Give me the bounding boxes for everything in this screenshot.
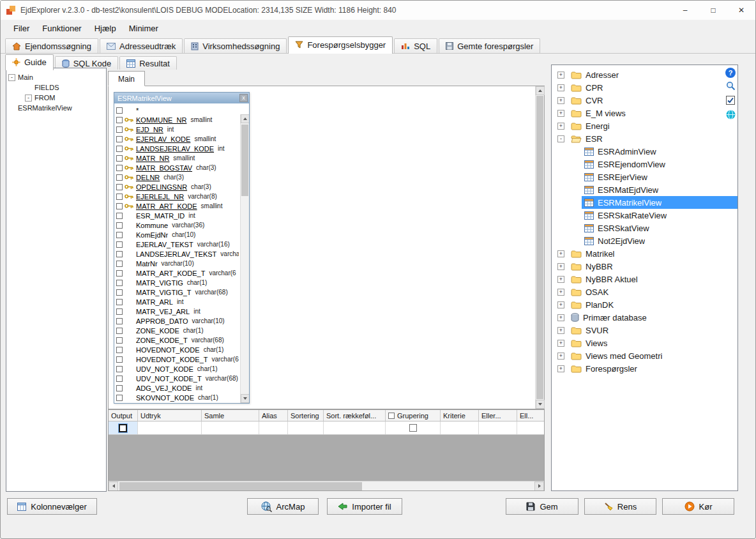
scrollbar-thumb[interactable] (241, 125, 248, 196)
field-checkbox[interactable] (116, 232, 123, 238)
tree-item[interactable]: SVUR (568, 324, 737, 337)
sort-raekkefoelge-cell[interactable] (324, 421, 386, 434)
tree-node[interactable]: ESRMatrikelView (8, 103, 104, 113)
field-row[interactable]: EJERLEJL_NR varchar(8) (116, 192, 239, 201)
tree-item[interactable]: ESRSkatRateView (582, 209, 737, 222)
menu-item[interactable]: Minimer (123, 20, 165, 36)
tree-node[interactable]: FIELDS (25, 82, 104, 93)
grid-row[interactable] (109, 421, 544, 435)
tree-row[interactable]: + E_M views (552, 107, 737, 119)
scroll-up-icon[interactable] (536, 86, 545, 95)
help-icon[interactable]: ? (725, 68, 736, 78)
field-checkbox[interactable] (116, 395, 123, 401)
grid-column-header[interactable]: Alias (259, 410, 288, 421)
tree-node[interactable]: - FROM (25, 93, 104, 103)
field-row[interactable]: MATR_ART_KODE smallint (116, 201, 239, 211)
menu-item[interactable]: Hjælp (88, 20, 123, 36)
udtryk-cell[interactable] (138, 421, 202, 434)
menu-item[interactable]: Filer (7, 20, 36, 36)
field-checkbox[interactable] (116, 241, 123, 248)
field-checkbox[interactable] (116, 385, 123, 391)
field-checkbox[interactable] (116, 270, 123, 277)
field-checkbox[interactable] (116, 117, 123, 123)
scroll-up-icon[interactable] (241, 114, 249, 123)
field-checkbox[interactable] (116, 155, 123, 162)
field-row[interactable]: KOMMUNE_NR smallint (116, 115, 239, 125)
sortering-cell[interactable] (288, 421, 324, 434)
field-row[interactable]: * (116, 105, 239, 115)
output-checkbox[interactable] (119, 424, 127, 432)
field-row[interactable]: ESR_MATR_ID int (116, 211, 239, 220)
field-checkbox[interactable] (116, 184, 123, 190)
grid-horizontal-scrollbar[interactable] (109, 481, 544, 490)
tree-row[interactable]: ESRMatEjdView (552, 183, 737, 196)
tree-row[interactable]: + SVUR (552, 324, 737, 337)
tree-row[interactable]: ESREjerView (552, 171, 737, 183)
field-row[interactable]: HOVEDNOT_KODE char(1) (116, 345, 239, 354)
tree-row[interactable]: + Matrikel (552, 247, 737, 260)
field-checkbox[interactable] (116, 136, 123, 142)
field-row[interactable]: LANDSEJERLAV_KODE int (116, 144, 239, 153)
expander-icon[interactable]: + (557, 110, 564, 117)
tree-row[interactable]: + CPR (552, 81, 737, 94)
close-icon[interactable]: x (239, 94, 248, 102)
field-checkbox[interactable] (116, 299, 123, 305)
field-row[interactable]: ZONE_KODE_T varchar(68) (116, 335, 239, 345)
field-checkbox[interactable] (116, 318, 123, 324)
field-checkbox[interactable] (116, 126, 123, 133)
expander-icon[interactable]: - (8, 74, 15, 81)
tab-gemte-forespoergsler[interactable]: Gemte forespørgsler (439, 38, 540, 53)
tree-item[interactable]: NyBBR Aktuel (568, 273, 737, 285)
tab-ejendomssoegning[interactable]: Ejendomssøgning (5, 38, 98, 53)
grid-column-header[interactable]: Output (109, 410, 138, 421)
scroll-right-icon[interactable] (534, 482, 544, 491)
kolonnevaelger-button[interactable]: Kolonnevælger (7, 498, 97, 515)
field-row[interactable]: MATR_VEJ_ARL int (116, 307, 239, 316)
tree-row[interactable]: + Primær database (552, 311, 737, 324)
tree-item[interactable]: NyBBR (568, 260, 737, 273)
koer-button[interactable]: Kør (662, 498, 734, 515)
field-checkbox[interactable] (116, 174, 123, 181)
tree-row[interactable]: + NyBBR (552, 260, 737, 273)
tree-item[interactable]: Views (568, 337, 737, 349)
menu-item[interactable]: Funktioner (36, 20, 87, 36)
tree-item[interactable]: OSAK (568, 285, 737, 298)
field-row[interactable]: MATR_VIGTIG_T varchar(68) (116, 287, 239, 297)
field-checkbox[interactable] (116, 213, 123, 219)
expander-icon[interactable]: + (557, 340, 564, 347)
grid-column-header[interactable]: Sort. rækkeføl... (324, 410, 386, 421)
field-checkbox[interactable] (116, 107, 123, 114)
kriterie-cell[interactable] (441, 421, 479, 434)
tree-row[interactable]: ESRSkatView (552, 222, 737, 234)
field-row[interactable]: MATR_NR smallint (116, 153, 239, 163)
field-checkbox[interactable] (116, 280, 123, 286)
field-row[interactable]: EJD_NR int (116, 125, 239, 134)
field-checkbox[interactable] (116, 146, 123, 152)
tree-row[interactable]: + Forespørgsler (552, 362, 737, 375)
grid-column-header[interactable]: Eller... (479, 410, 517, 421)
field-checkbox[interactable] (116, 251, 123, 257)
expander-icon[interactable]: + (557, 123, 564, 130)
grid-column-header[interactable]: Sortering (288, 410, 324, 421)
tree-item[interactable]: CPR (568, 81, 737, 94)
tree-row[interactable]: + Adresser (552, 68, 737, 81)
tab-resultat[interactable]: Resultat (119, 56, 177, 70)
tree-row[interactable]: ESREjendomView (552, 158, 737, 171)
scrollbar-thumb[interactable] (536, 96, 543, 399)
field-row[interactable]: DELNR char(3) (116, 172, 239, 182)
tree-row[interactable]: Not2EjdView (552, 234, 737, 247)
tree-item[interactable]: Forespørgsler (568, 362, 737, 375)
eller-cell[interactable] (479, 421, 517, 434)
field-row[interactable]: UDV_NOT_KODE_T varchar(68) (116, 374, 239, 383)
field-checkbox[interactable] (116, 203, 123, 209)
expander-icon[interactable]: + (557, 84, 564, 91)
expander-icon[interactable]: + (557, 314, 564, 321)
eller2-cell[interactable] (517, 421, 545, 434)
tree-item[interactable]: Primær database (568, 311, 737, 324)
expander-icon[interactable]: + (557, 327, 564, 334)
tab-sql[interactable]: SQL (394, 38, 437, 53)
scroll-down-icon[interactable] (536, 400, 545, 409)
field-row[interactable]: UDV_NOT_KODE char(1) (116, 364, 239, 374)
expander-icon[interactable]: + (557, 250, 564, 257)
field-row[interactable]: OPDELINGSNR char(3) (116, 182, 239, 192)
